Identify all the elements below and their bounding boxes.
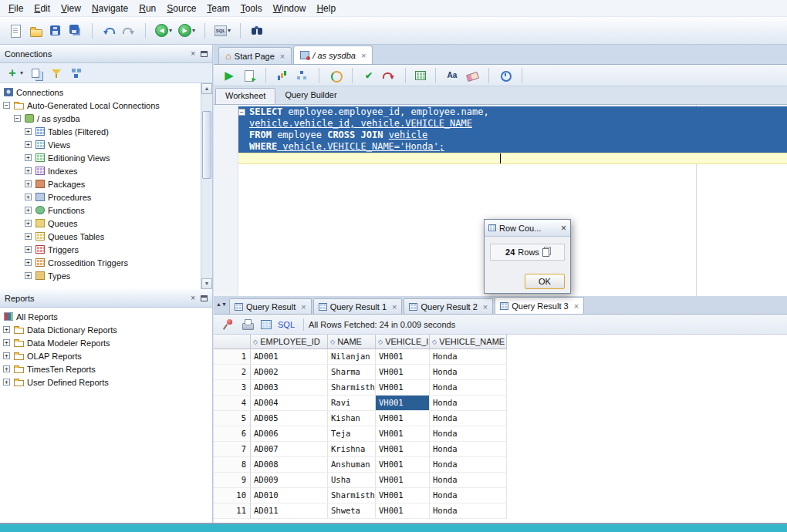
expand-plus-icon[interactable]: + (25, 194, 32, 200)
save-button[interactable] (46, 21, 65, 41)
filter-button[interactable] (47, 63, 66, 83)
menu-item-window[interactable]: Window (268, 2, 312, 15)
close-tab-icon[interactable]: × (280, 52, 285, 61)
expand-plus-icon[interactable]: + (25, 246, 32, 253)
fold-collapse-icon[interactable]: − (238, 109, 245, 116)
grid-cell[interactable]: AD007 (251, 442, 328, 457)
tree-item-auto-generated-local-connections[interactable]: −Auto-Generated Local Connections (0, 99, 212, 112)
copy-icon[interactable] (542, 248, 549, 257)
tree-item-all-reports[interactable]: All Reports (0, 310, 212, 323)
tab-query-result-2[interactable]: Query Result 2× (404, 298, 493, 314)
to-upper-lower-button[interactable]: Aa (443, 66, 461, 86)
close-tab-icon[interactable]: × (392, 302, 397, 311)
scroll-down-icon[interactable]: ▼ (201, 278, 212, 289)
expand-plus-icon[interactable]: + (25, 272, 32, 279)
ok-button[interactable]: OK (525, 274, 565, 289)
menu-item-tools[interactable]: Tools (235, 2, 268, 15)
tab-query-result-1[interactable]: Query Result 1× (313, 298, 403, 314)
tab-query-result[interactable]: Query Result× (229, 298, 312, 314)
clear-button[interactable] (463, 66, 481, 86)
expand-plus-icon[interactable]: + (25, 180, 32, 187)
expand-plus-icon[interactable]: + (25, 233, 32, 240)
grid-cell[interactable]: VH001 (376, 349, 430, 365)
menu-item-team[interactable]: Team (201, 2, 235, 15)
expand-plus-icon[interactable]: + (3, 339, 10, 346)
grid-cell[interactable]: Usha (328, 473, 376, 488)
expand-plus-icon[interactable]: + (25, 220, 32, 227)
tree-item-queues[interactable]: +Queues (0, 217, 212, 230)
grid-cell[interactable]: AD010 (251, 488, 328, 503)
close-tab-icon[interactable]: × (361, 51, 366, 60)
collapse-panel-icon[interactable] (201, 295, 208, 301)
expand-plus-icon[interactable]: + (3, 326, 10, 333)
menu-item-file[interactable]: File (3, 2, 29, 15)
grid-cell[interactable]: AD001 (251, 349, 328, 365)
sql-worksheet-button[interactable]: SQL▾ (212, 21, 233, 41)
column-header-employee-id[interactable]: ◇EMPLOYEE_ID (251, 335, 328, 349)
row-number-cell[interactable]: 8 (214, 457, 251, 473)
menu-item-source[interactable]: Source (161, 2, 201, 15)
subtab-worksheet[interactable]: Worksheet (215, 88, 275, 104)
unshared-worksheet-button[interactable] (413, 66, 428, 86)
tree-item-indexes[interactable]: +Indexes (0, 164, 212, 177)
dialog-titlebar[interactable]: Row Cou... × (485, 220, 570, 237)
expand-plus-icon[interactable]: + (25, 128, 32, 135)
tree-item-tables-filtered[interactable]: +Tables (Filtered) (0, 125, 212, 138)
expand-plus-icon[interactable]: + (3, 352, 10, 359)
sort-icon[interactable]: ◇ (253, 338, 258, 345)
grid-cell[interactable]: Anshuman (328, 457, 376, 473)
undo-button[interactable] (100, 21, 118, 41)
scroll-up-icon[interactable]: ▲ (201, 83, 212, 94)
grid-cell[interactable]: Sharmistha (328, 488, 376, 503)
grid-cell[interactable]: VH001 (376, 426, 430, 442)
menu-item-help[interactable]: Help (311, 2, 341, 15)
grid-cell[interactable]: VH001 (376, 380, 430, 396)
expand-plus-icon[interactable]: + (25, 259, 32, 266)
redo-button[interactable] (120, 21, 138, 41)
clone-connection-button[interactable] (67, 63, 86, 83)
print-button[interactable] (238, 315, 257, 335)
back-button[interactable]: ◀▾ (153, 21, 174, 41)
add-connection-button[interactable]: +▾ (3, 63, 25, 83)
sql-line-2[interactable]: vehicle.vehicle_id, vehicle.VEHICLE_NAME (238, 118, 787, 130)
tree-item-functions[interactable]: +Functions (0, 204, 212, 217)
new-file-button[interactable] (6, 21, 25, 41)
sql-label[interactable]: SQL (278, 320, 295, 329)
connections-scrollbar[interactable]: ▲ ▼ (201, 83, 212, 289)
grid-cell[interactable]: VH001 (376, 473, 430, 488)
scrollbar-thumb[interactable] (202, 111, 211, 179)
grid-cell[interactable]: Kishan (328, 411, 376, 426)
expand-plus-icon[interactable]: + (25, 167, 32, 174)
menu-item-navigate[interactable]: Navigate (86, 2, 133, 15)
tree-item-packages[interactable]: +Packages (0, 177, 212, 190)
grid-cell[interactable]: VH001 (376, 411, 430, 426)
grid-cell[interactable]: Honda (430, 457, 507, 473)
dropdown-arrow-icon[interactable]: ▾ (20, 69, 23, 76)
close-tab-icon[interactable]: × (483, 302, 488, 311)
close-panel-icon[interactable]: × (191, 49, 195, 58)
column-header-vehicle-id[interactable]: ◇VEHICLE_ID (376, 335, 430, 349)
row-number-cell[interactable]: 5 (214, 411, 251, 426)
tree-item-crossedition-triggers[interactable]: +Crossedition Triggers (0, 256, 212, 269)
column-header-vehicle-name[interactable]: ◇VEHICLE_NAME (430, 335, 507, 349)
grid-cell[interactable]: AD004 (251, 396, 328, 411)
dropdown-arrow-icon[interactable]: ▾ (228, 27, 231, 34)
tree-item-data-modeler-reports[interactable]: +Data Modeler Reports (0, 336, 212, 349)
row-number-cell[interactable]: 7 (214, 442, 251, 457)
grid-cell[interactable]: VH001 (376, 365, 430, 380)
splitter-collapse-icon[interactable]: ▲▼ (216, 301, 227, 307)
tree-item-triggers[interactable]: +Triggers (0, 243, 212, 256)
menu-item-run[interactable]: Run (133, 2, 161, 15)
sort-icon[interactable]: ◇ (330, 338, 335, 345)
tree-item-timesten-reports[interactable]: +TimesTen Reports (0, 362, 212, 375)
history-button[interactable] (496, 66, 515, 86)
grid-cell[interactable]: Honda (430, 442, 507, 457)
open-file-button[interactable] (26, 21, 45, 41)
row-number-cell[interactable]: 2 (214, 365, 251, 380)
grid-cell[interactable]: Krishna (328, 442, 376, 457)
row-number-cell[interactable]: 3 (214, 380, 251, 396)
rollback-button[interactable] (380, 66, 398, 86)
grid-cell[interactable]: AD003 (251, 380, 328, 396)
expand-plus-icon[interactable]: + (25, 207, 32, 214)
grid-cell[interactable]: AD005 (251, 411, 328, 426)
